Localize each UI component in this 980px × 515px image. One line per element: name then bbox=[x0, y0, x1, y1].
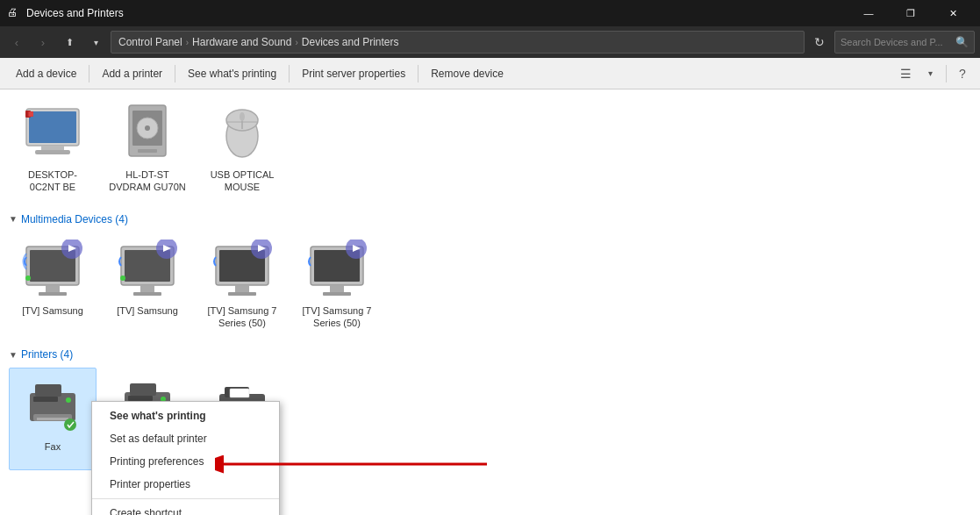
tv-samsung-1-label: [TV] Samsung bbox=[22, 304, 83, 317]
svg-rect-44 bbox=[35, 384, 61, 397]
ctx-create-shortcut-label: Create shortcut bbox=[110, 507, 182, 515]
svg-point-47 bbox=[66, 397, 71, 403]
printers-chevron: ▼ bbox=[9, 350, 18, 360]
up-button[interactable]: ⬆ bbox=[58, 31, 81, 54]
device-mouse[interactable]: USB OPTICAL MOUSE bbox=[198, 97, 286, 199]
tv-samsung-1-icon bbox=[21, 238, 84, 301]
ctx-create-shortcut[interactable]: Create shortcut bbox=[92, 502, 279, 515]
help-button[interactable]: ? bbox=[952, 63, 973, 84]
title-bar-title: Devices and Printers bbox=[26, 7, 848, 19]
svg-rect-1 bbox=[29, 111, 76, 143]
svg-rect-46 bbox=[37, 418, 68, 420]
device-tv-samsung-7-2[interactable]: [TV] Samsung 7 Series (50) bbox=[293, 232, 381, 335]
svg-rect-33 bbox=[235, 285, 249, 292]
tv-samsung-7-1-icon bbox=[211, 238, 274, 301]
ctx-separator-1 bbox=[92, 498, 279, 499]
printers-section-label: Printers (4) bbox=[21, 348, 73, 361]
multimedia-devices-grid: [TV] Samsung [TV] Samsung bbox=[0, 229, 980, 344]
tv-samsung-7-1-label: [TV] Samsung 7 Series (50) bbox=[204, 304, 281, 330]
ctx-set-default-label: Set as default printer bbox=[110, 433, 207, 445]
device-fax[interactable]: Fax bbox=[9, 368, 97, 470]
svg-rect-11 bbox=[138, 149, 157, 153]
print-server-properties-button[interactable]: Print server properties bbox=[293, 61, 414, 86]
toolbar-separator-3 bbox=[289, 65, 290, 82]
close-button[interactable]: ✕ bbox=[933, 0, 973, 26]
restore-button[interactable]: ❐ bbox=[891, 0, 931, 26]
view-toggle-button[interactable]: ☰ bbox=[895, 63, 916, 84]
svg-rect-20 bbox=[39, 292, 67, 296]
minimize-button[interactable]: — bbox=[848, 0, 889, 26]
svg-point-10 bbox=[145, 125, 150, 131]
svg-rect-19 bbox=[46, 285, 60, 292]
view-dropdown-button[interactable]: ▾ bbox=[919, 63, 941, 84]
dvd-icon bbox=[116, 102, 179, 165]
see-whats-printing-button[interactable]: See what's printing bbox=[179, 61, 285, 86]
multimedia-section-label: Multimedia Devices (4) bbox=[21, 213, 128, 225]
device-desktop[interactable]: DESKTOP-0C2NT BE bbox=[9, 97, 97, 199]
tv-samsung-2-icon bbox=[116, 238, 179, 301]
svg-rect-40 bbox=[323, 292, 351, 296]
svg-rect-4 bbox=[29, 112, 33, 117]
multimedia-section-header[interactable]: ▼ Multimedia Devices (4) bbox=[0, 208, 980, 229]
toolbar-separator-4 bbox=[418, 65, 418, 82]
desktop-icon bbox=[21, 102, 84, 165]
ctx-set-default[interactable]: Set as default printer bbox=[92, 427, 279, 450]
tv-samsung-7-2-label: [TV] Samsung 7 Series (50) bbox=[298, 304, 376, 330]
svg-point-30 bbox=[120, 275, 125, 281]
title-bar-icon: 🖨 bbox=[7, 6, 21, 20]
tv-samsung-7-2-icon bbox=[305, 238, 368, 301]
ctx-printing-preferences[interactable]: Printing preferences bbox=[92, 450, 279, 473]
fax-label: Fax bbox=[45, 440, 61, 453]
multimedia-chevron: ▼ bbox=[9, 214, 18, 224]
svg-rect-6 bbox=[35, 150, 70, 154]
device-tv-samsung-2[interactable]: [TV] Samsung bbox=[104, 232, 191, 335]
device-tv-samsung-7-1[interactable]: [TV] Samsung 7 Series (50) bbox=[198, 232, 286, 335]
forward-button[interactable]: › bbox=[32, 31, 54, 54]
dropdown-button[interactable]: ▾ bbox=[84, 31, 107, 54]
add-device-button[interactable]: Add a device bbox=[7, 61, 85, 86]
main-content: DESKTOP-0C2NT BE HL-DT-ST DVDRAM GU70N bbox=[0, 89, 980, 515]
dvd-label: HL-DT-ST DVDRAM GU70N bbox=[109, 168, 186, 194]
address-bar: ‹ › ⬆ ▾ Control Panel › Hardware and Sou… bbox=[0, 26, 980, 58]
ctx-see-whats-printing-label: See what's printing bbox=[110, 410, 206, 422]
device-tv-samsung-1[interactable]: [TV] Samsung bbox=[9, 232, 97, 335]
toolbar-separator-2 bbox=[175, 65, 175, 82]
top-devices-grid: DESKTOP-0C2NT BE HL-DT-ST DVDRAM GU70N bbox=[0, 89, 980, 208]
svg-rect-34 bbox=[228, 292, 256, 296]
toolbar-right: ☰ ▾ ? bbox=[895, 63, 973, 84]
svg-point-49 bbox=[64, 418, 76, 431]
svg-rect-39 bbox=[330, 285, 344, 292]
breadcrumb-hardware-sound[interactable]: Hardware and Sound bbox=[192, 36, 291, 48]
search-box[interactable]: Search Devices and P... 🔍 bbox=[834, 31, 975, 54]
svg-rect-60 bbox=[230, 389, 249, 397]
address-box[interactable]: Control Panel › Hardware and Sound › Dev… bbox=[111, 31, 805, 54]
ctx-printer-properties[interactable]: Printer properties bbox=[92, 473, 279, 496]
add-printer-button[interactable]: Add a printer bbox=[93, 61, 171, 86]
toolbar-separator-1 bbox=[89, 65, 89, 82]
ctx-printer-properties-label: Printer properties bbox=[110, 478, 190, 490]
refresh-button[interactable]: ↻ bbox=[808, 31, 831, 54]
svg-rect-27 bbox=[133, 292, 161, 296]
svg-rect-51 bbox=[130, 383, 156, 396]
breadcrumb-devices-printers[interactable]: Devices and Printers bbox=[302, 36, 399, 48]
svg-rect-5 bbox=[41, 146, 64, 150]
title-bar: 🖨 Devices and Printers — ❐ ✕ bbox=[0, 0, 980, 26]
printers-section-header[interactable]: ▼ Printers (4) bbox=[0, 343, 980, 364]
mouse-label: USB OPTICAL MOUSE bbox=[204, 168, 281, 194]
desktop-label: DESKTOP-0C2NT BE bbox=[14, 168, 91, 194]
back-button[interactable]: ‹ bbox=[5, 31, 28, 54]
device-dvd[interactable]: HL-DT-ST DVDRAM GU70N bbox=[104, 97, 191, 199]
mouse-icon bbox=[211, 102, 274, 165]
svg-point-16 bbox=[240, 112, 245, 121]
breadcrumb-control-panel[interactable]: Control Panel bbox=[118, 36, 182, 48]
title-bar-controls: — ❐ ✕ bbox=[848, 0, 973, 26]
remove-device-button[interactable]: Remove device bbox=[422, 61, 512, 86]
toolbar-separator-5 bbox=[946, 65, 947, 82]
fax-icon bbox=[21, 374, 84, 437]
ctx-see-whats-printing[interactable]: See what's printing bbox=[92, 404, 279, 427]
context-menu: See what's printing Set as default print… bbox=[91, 401, 280, 515]
tv-samsung-2-label: [TV] Samsung bbox=[117, 304, 178, 317]
search-icon: 🔍 bbox=[955, 36, 969, 48]
ctx-printing-preferences-label: Printing preferences bbox=[110, 455, 204, 468]
toolbar: Add a device Add a printer See what's pr… bbox=[0, 58, 980, 89]
